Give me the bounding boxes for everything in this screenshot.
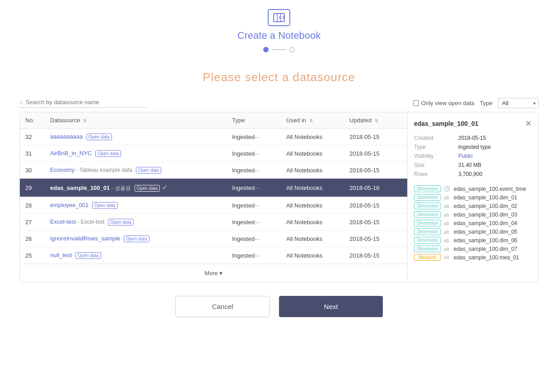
cell-used-in: All Notebooks [281,231,344,247]
column-name: edas_sample_100.dim_05 [454,229,517,235]
column-tag: Measure [414,254,441,261]
column-type-icon: ab [444,212,451,217]
column-item: Dimensionabedas_sample_100.dim_01 [414,194,532,201]
cell-datasource: Economy - Tableau example data Open data [45,162,227,179]
column-item: Dimensionabedas_sample_100.dim_06 [414,237,532,244]
datasource-name: Excel-test [50,218,76,225]
type-filter-label: Type [480,100,493,106]
cell-updated: 2018-05-15 [344,129,407,145]
cell-no: 32 [20,129,45,145]
type-select[interactable]: All Ingested Uploaded Linked [498,98,539,108]
open-data-tag: Open data [124,235,149,242]
table-row[interactable]: 25null_test Open dataIngested···All Note… [20,247,407,264]
column-item: Dimensionabedas_sample_100.dim_04 [414,220,532,226]
cell-used-in: All Notebooks [281,214,344,231]
datasource-sub: - Tableau example data [74,167,132,173]
close-detail-button[interactable]: ✕ [525,120,532,128]
type-label: Type [414,144,455,150]
datasource-name: Economy [50,166,74,173]
detail-meta: Created 2018-05-15 Type Ingested type Vi… [414,135,532,177]
column-tag: Dimension [414,211,441,218]
sort-icon-usedin: ⇅ [309,118,313,123]
rows-label: Rows [414,171,455,177]
cell-updated: 2018-05-15 [344,162,407,179]
table-row[interactable]: 31AirBnB_in_NYC Open dataIngested···All … [20,145,407,162]
column-tag: Dimension [414,185,441,192]
open-data-tag: Open data [92,202,118,209]
page-wrapper: Create a Notebook Please select a dataso… [0,0,558,392]
step-2-dot [289,47,295,52]
selected-check-icon: ✓ [162,184,167,191]
datasource-sub: - Excel-test [76,219,104,225]
cell-datasource: aaaaaaaaaa Open data [45,129,227,145]
cell-used-in: All Notebooks [281,247,344,264]
cell-type: Ingested··· [227,214,281,231]
cell-used-in: All Notebooks [281,145,344,162]
cell-no: 26 [20,231,45,247]
column-tag: Dimension [414,194,441,201]
cell-used-in: All Notebooks [281,129,344,145]
cell-updated: 2018-05-15 [344,231,407,247]
cell-type: Ingested··· [227,179,281,197]
detail-title: edas_sample_100_01 [414,120,478,127]
col-no: No. [20,112,45,129]
size-label: Size [414,162,455,168]
cell-datasource: Excel-test - Excel-test Open data [45,214,227,231]
column-name: edas_sample_100.dim_02 [454,203,517,209]
column-type-icon: ab [444,229,451,235]
search-box: ⌕ [19,98,146,108]
column-item: Dimensionabedas_sample_100.dim_05 [414,228,532,235]
table-row[interactable]: 27Excel-test - Excel-test Open dataInges… [20,214,407,231]
cell-updated: 2018-05-15 [344,214,407,231]
visibility-value: Public [458,153,532,159]
search-filter-row: ⌕ Only view open data Type All Ingested … [19,98,539,108]
datasource-name: ignoreInvalidRows_sample [50,235,120,242]
cell-datasource: ignoreInvalidRows_sample Open data [45,231,227,247]
column-item: Dimension🕐edas_sample_100.event_time [414,185,532,192]
column-type-icon: ab [444,221,451,226]
cell-no: 25 [20,247,45,264]
detail-panel: edas_sample_100_01 ✕ Created 2018-05-15 … [407,112,538,282]
next-button[interactable]: Next [279,296,383,317]
col-updated: Updated ⇅ [344,112,407,129]
column-name: edas_sample_100.dim_06 [454,237,517,244]
column-name: edas_sample_100.dim_01 [454,194,517,201]
steps-indicator [263,47,295,52]
column-name: edas_sample_100.event_time [454,186,526,192]
table-row[interactable]: 32aaaaaaaaaa Open dataIngested···All Not… [20,129,407,145]
cell-type: Ingested··· [227,129,281,145]
search-input[interactable] [26,99,134,106]
content-area: ⌕ Only view open data Type All Ingested … [19,98,539,282]
cell-no: 29 [20,179,45,197]
datasource-name: null_test [50,252,72,258]
datasource-name: AirBnB_in_NYC [50,150,92,157]
cell-updated: 2018-05-15 [344,197,407,214]
cell-datasource: employee_001 Open data [45,197,227,214]
cell-type: Ingested··· [227,197,281,214]
visibility-label: Visibility [414,153,455,159]
table-row[interactable]: 30Economy - Tableau example data Open da… [20,162,407,179]
page-subtitle: Please select a datasource [203,70,355,84]
column-item: Dimensionabedas_sample_100.dim_03 [414,211,532,218]
more-button[interactable]: More ▾ [20,264,407,282]
column-item: Dimensionabedas_sample_100.dim_07 [414,245,532,252]
only-open-data-checkbox[interactable] [413,100,419,106]
created-label: Created [414,135,455,141]
column-tag: Dimension [414,203,441,209]
cancel-button[interactable]: Cancel [175,296,270,317]
rows-value: 3,700,900 [458,171,532,177]
cell-no: 28 [20,197,45,214]
step-1-dot [263,47,269,52]
cell-type: Ingested··· [227,231,281,247]
table-row[interactable]: 28employee_001 Open dataIngested···All N… [20,197,407,214]
cell-updated: 2018-05-16 [344,179,407,197]
open-data-tag: Open data [75,252,101,259]
table-row[interactable]: 29edas_sample_100_01 - 샘플용 Open data✓Ing… [20,179,407,197]
column-item: Dimensionabedas_sample_100.dim_02 [414,203,532,209]
datasource-name: aaaaaaaaaa [50,133,83,140]
column-type-icon: ab [444,195,451,200]
step-line [272,49,286,50]
table-row[interactable]: 26ignoreInvalidRows_sample Open dataInge… [20,231,407,247]
svg-rect-0 [274,14,284,22]
cell-datasource: null_test Open data [45,247,227,264]
